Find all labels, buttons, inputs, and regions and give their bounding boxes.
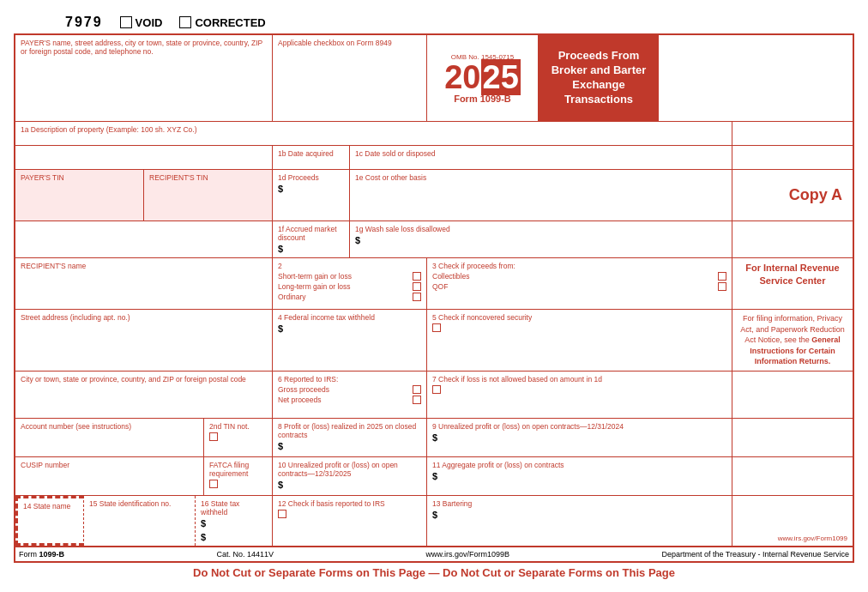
second-tin-label: 2nd TIN not.	[209, 422, 267, 431]
dollar-sign-16a: $	[201, 518, 206, 529]
field-6-label: 6 Reported to IRS:	[278, 375, 421, 384]
form-number-display: 7979	[65, 15, 103, 30]
field-1c-cell: 1c Date sold or disposed	[350, 146, 732, 169]
field-3-collectibles-label: Collectibles	[432, 272, 714, 281]
field-6-net: Net proceeds	[278, 396, 421, 404]
applicable-checkbox-label: Applicable checkbox on Form 8949	[278, 39, 421, 47]
street-address-cell: Street address (including apt. no.)	[15, 310, 273, 371]
copy-a-label: Copy A	[789, 186, 846, 204]
fatca-cell: FATCA filing requirement	[204, 457, 273, 495]
field-6-cell: 6 Reported to IRS: Gross proceeds Net pr…	[273, 372, 427, 418]
year-20: 20	[444, 59, 480, 95]
payer-name-cell: PAYER'S name, street address, city or to…	[15, 35, 273, 121]
field-3-qof-cb[interactable]	[718, 282, 726, 291]
corrected-label-group: CORRECTED	[179, 16, 265, 29]
field-5-cb[interactable]	[432, 323, 441, 332]
bottom-website: www.irs.gov/Form1099B	[425, 550, 509, 559]
field-8-cell: 8 Profit or (loss) realized in 2025 on c…	[273, 419, 427, 456]
year-display: 2025	[444, 61, 521, 94]
bottom-form-id: Form 1099-B	[19, 550, 64, 559]
dollar-sign-1f: $	[278, 244, 283, 254]
payer-tin-label: PAYER'S TIN	[21, 173, 138, 182]
account-number-cell: Account number (see instructions)	[15, 419, 204, 456]
right-panel-empty-3	[732, 221, 853, 257]
field-6-net-cb[interactable]	[413, 396, 421, 404]
fatca-cb[interactable]	[209, 480, 218, 488]
field-2-short-term: Short-term gain or loss	[278, 272, 421, 281]
field-12-cb[interactable]	[278, 510, 286, 518]
dollar-sign-8: $	[278, 441, 283, 451]
city-cell: City or town, state or province, country…	[15, 372, 273, 418]
field-1d-dollar: $	[278, 184, 344, 194]
main-form: PAYER'S name, street address, city or to…	[14, 33, 854, 563]
right-panel-title-section: Proceeds From Broker and Barter Exchange…	[539, 35, 659, 121]
dollar-sign-10: $	[278, 480, 283, 490]
corrected-checkbox[interactable]	[179, 16, 191, 28]
field-13-cell: 13 Bartering $	[427, 496, 732, 546]
field-14-cell: 14 State name	[15, 496, 84, 546]
field-14-label: 14 State name	[23, 502, 78, 510]
row-recipient-name: RECIPIENT'S name 2 Short-term gain or lo…	[15, 258, 853, 310]
field-8-dollar: $	[278, 441, 421, 451]
void-checkbox[interactable]	[120, 16, 132, 28]
field-13-dollar: $	[432, 510, 726, 520]
filing-info-cell: For filing information, Privacy Act, and…	[732, 310, 853, 371]
payer-tin-spacer	[15, 146, 273, 169]
field-12-label: 12 Check if basis reported to IRS	[278, 499, 421, 508]
field-12-cell: 12 Check if basis reported to IRS	[273, 496, 427, 546]
field-9-dollar: $	[432, 432, 726, 443]
field-1a-cell: 1a Description of property (Example: 100…	[15, 122, 732, 145]
dollar-sign-1g: $	[355, 235, 360, 245]
spacer-1fg	[15, 221, 273, 257]
void-corrected-section: VOID CORRECTED	[120, 16, 266, 29]
street-address-label: Street address (including apt. no.)	[21, 313, 267, 322]
form-1099b-label: Form 1099-B	[454, 94, 511, 104]
field-1f-label: 1f Accrued market discount	[278, 225, 344, 242]
omb-section: OMB No. 1545-0715 2025 Form 1099-B	[427, 35, 539, 121]
void-label: VOID	[136, 16, 163, 29]
field-8-label: 8 Profit or (loss) realized in 2025 on c…	[278, 422, 421, 439]
field-3-collectibles-cb[interactable]	[718, 272, 726, 281]
right-panel-empty-4	[732, 372, 853, 418]
field-2-long-term: Long-term gain or loss	[278, 282, 421, 291]
payer-tin-cell: PAYER'S TIN	[15, 170, 144, 220]
recipient-name-cell: RECIPIENT'S name	[15, 258, 273, 309]
form-title: Proceeds From Broker and Barter Exchange…	[544, 49, 654, 107]
field-2-ordinary-cb[interactable]	[413, 293, 421, 301]
for-irs-label: For Internal Revenue Service Center	[745, 263, 839, 286]
field-2-long-term-cb[interactable]	[413, 282, 421, 291]
field-6-gross-cb[interactable]	[413, 385, 421, 394]
second-tin-cb[interactable]	[209, 432, 218, 441]
field-3-qof: QOF	[432, 282, 726, 291]
field-2-short-term-cb[interactable]	[413, 272, 421, 281]
field-4-cell: 4 Federal income tax withheld $	[273, 310, 427, 371]
field-10-cell: 10 Unrealized profit or (loss) on open c…	[273, 457, 427, 495]
field-11-dollar: $	[432, 471, 726, 481]
field-1g-cell: 1g Wash sale loss disallowed $	[350, 221, 732, 257]
field-1d-cell: 1d Proceeds $	[273, 170, 350, 220]
field-7-cell: 7 Check if loss is not allowed based on …	[427, 372, 732, 418]
website-cell: www.irs.gov/Form1099	[732, 496, 853, 546]
right-panel-empty-6	[732, 457, 853, 495]
void-label-group: VOID	[120, 16, 163, 29]
recipient-name-label: RECIPIENT'S name	[21, 262, 267, 270]
right-panel-empty-2	[732, 146, 853, 169]
field-1e-label: 1e Cost or other basis	[355, 173, 726, 182]
field-2-ordinary: Ordinary	[278, 293, 421, 301]
fatca-check	[209, 480, 267, 488]
field-16-dollar-2: $	[201, 532, 267, 542]
field-7-cb[interactable]	[432, 385, 441, 394]
cusip-label: CUSIP number	[21, 461, 198, 469]
payer-name-label: PAYER'S name, street address, city or to…	[21, 39, 267, 56]
row-account: Account number (see instructions) 2nd TI…	[15, 419, 853, 457]
field-2-short-term-label: Short-term gain or loss	[278, 272, 409, 281]
dollar-sign-1d: $	[278, 184, 283, 194]
row-1bc: 1b Date acquired 1c Date sold or dispose…	[15, 146, 853, 170]
row-1a: 1a Description of property (Example: 100…	[15, 122, 853, 146]
field-16-cell: 16 State tax withheld $ $	[196, 496, 273, 546]
recipient-tin-label: RECIPIENT'S TIN	[149, 173, 267, 182]
year-25: 25	[481, 59, 521, 95]
field-13-label: 13 Bartering	[432, 499, 726, 508]
for-irs-cell: For Internal Revenue Service Center	[732, 258, 853, 309]
filing-info-text: For filing information, Privacy Act, and…	[740, 314, 845, 365]
